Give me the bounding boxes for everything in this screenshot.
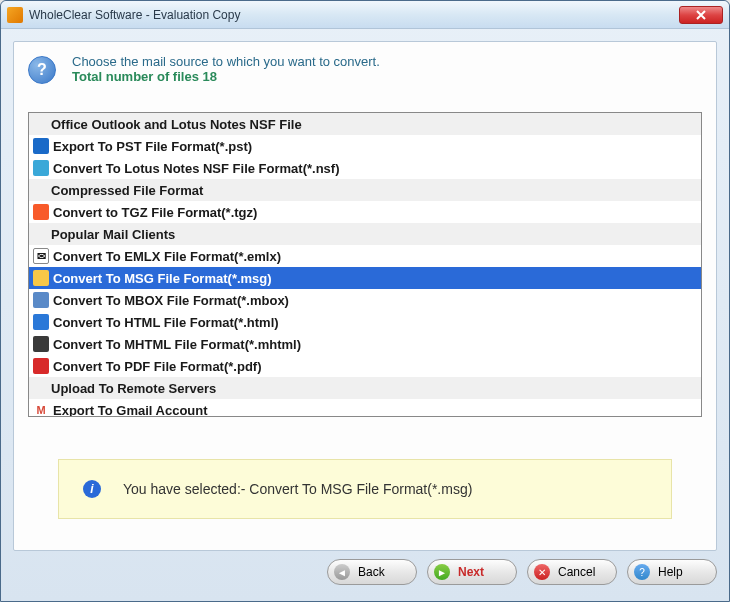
- titlebar: WholeClear Software - Evaluation Copy: [1, 1, 729, 29]
- gmail-icon: M: [33, 402, 49, 416]
- app-icon: [7, 7, 23, 23]
- window-title: WholeClear Software - Evaluation Copy: [29, 8, 679, 22]
- content-frame: ? Choose the mail source to which you wa…: [13, 41, 717, 551]
- cancel-icon: ✕: [534, 564, 550, 580]
- help-icon: ?: [634, 564, 650, 580]
- list-heading: Upload To Remote Servers: [29, 377, 701, 399]
- arrow-left-icon: ◄: [334, 564, 350, 580]
- button-bar: ◄ Back ► Next ✕ Cancel ? Help: [13, 559, 717, 589]
- pst-icon: [33, 138, 49, 154]
- next-label: Next: [458, 565, 484, 579]
- list-item[interactable]: MExport To Gmail Account: [29, 399, 701, 416]
- list-item-label: Convert To HTML File Format(*.html): [53, 315, 279, 330]
- list-item-label: Convert To EMLX File Format(*.emlx): [53, 249, 281, 264]
- list-heading: Compressed File Format: [29, 179, 701, 201]
- file-count-text: Total number of files 18: [72, 69, 380, 84]
- list-item[interactable]: Convert To MBOX File Format(*.mbox): [29, 289, 701, 311]
- question-icon: ?: [28, 56, 56, 84]
- tgz-icon: [33, 204, 49, 220]
- list-heading: Office Outlook and Lotus Notes NSF File: [29, 113, 701, 135]
- nsf-icon: [33, 160, 49, 176]
- help-label: Help: [658, 565, 683, 579]
- list-heading: Popular Mail Clients: [29, 223, 701, 245]
- list-item[interactable]: Convert To MHTML File Format(*.mhtml): [29, 333, 701, 355]
- pdf-icon: [33, 358, 49, 374]
- help-button[interactable]: ? Help: [627, 559, 717, 585]
- cancel-button[interactable]: ✕ Cancel: [527, 559, 617, 585]
- list-item[interactable]: Export To PST File Format(*.pst): [29, 135, 701, 157]
- list-item-label: Convert To MBOX File Format(*.mbox): [53, 293, 289, 308]
- list-item-label: Convert to TGZ File Format(*.tgz): [53, 205, 257, 220]
- mbox-icon: [33, 292, 49, 308]
- header-row: ? Choose the mail source to which you wa…: [28, 54, 702, 84]
- list-item[interactable]: Convert To MSG File Format(*.msg): [29, 267, 701, 289]
- back-button[interactable]: ◄ Back: [327, 559, 417, 585]
- header-text: Choose the mail source to which you want…: [72, 54, 380, 84]
- list-item[interactable]: Convert To Lotus Notes NSF File Format(*…: [29, 157, 701, 179]
- emlx-icon: ✉: [33, 248, 49, 264]
- list-item-label: Export To Gmail Account: [53, 403, 208, 417]
- prompt-text: Choose the mail source to which you want…: [72, 54, 380, 69]
- info-icon: i: [83, 480, 101, 498]
- list-item-label: Export To PST File Format(*.pst): [53, 139, 252, 154]
- status-box: i You have selected:- Convert To MSG Fil…: [58, 459, 672, 519]
- list-item[interactable]: Convert to TGZ File Format(*.tgz): [29, 201, 701, 223]
- format-list[interactable]: Office Outlook and Lotus Notes NSF FileE…: [28, 112, 702, 417]
- cancel-label: Cancel: [558, 565, 595, 579]
- list-item[interactable]: Convert To HTML File Format(*.html): [29, 311, 701, 333]
- mhtml-icon: [33, 336, 49, 352]
- arrow-right-icon: ►: [434, 564, 450, 580]
- list-item-label: Convert To PDF File Format(*.pdf): [53, 359, 261, 374]
- list-item[interactable]: ✉Convert To EMLX File Format(*.emlx): [29, 245, 701, 267]
- app-window: WholeClear Software - Evaluation Copy ? …: [0, 0, 730, 602]
- next-button[interactable]: ► Next: [427, 559, 517, 585]
- status-message: You have selected:- Convert To MSG File …: [123, 481, 472, 497]
- html-icon: [33, 314, 49, 330]
- list-item-label: Convert To MHTML File Format(*.mhtml): [53, 337, 301, 352]
- msg-icon: [33, 270, 49, 286]
- list-item-label: Convert To Lotus Notes NSF File Format(*…: [53, 161, 340, 176]
- list-item[interactable]: Convert To PDF File Format(*.pdf): [29, 355, 701, 377]
- back-label: Back: [358, 565, 385, 579]
- list-item-label: Convert To MSG File Format(*.msg): [53, 271, 272, 286]
- close-icon: [696, 10, 706, 20]
- close-button[interactable]: [679, 6, 723, 24]
